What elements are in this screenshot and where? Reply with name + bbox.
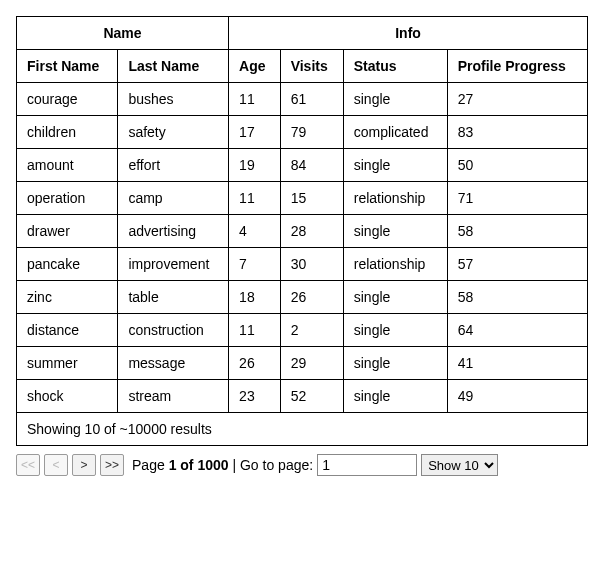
page-indicator: Page 1 of 1000 | Go to page: — [132, 457, 313, 473]
cell-first: distance — [17, 314, 118, 347]
table-row: distanceconstruction112single64 — [17, 314, 588, 347]
column-header-first-name[interactable]: First Name — [17, 50, 118, 83]
cell-progress: 27 — [447, 83, 587, 116]
cell-first: summer — [17, 347, 118, 380]
table-row: amounteffort1984single50 — [17, 149, 588, 182]
cell-last: improvement — [118, 248, 229, 281]
cell-first: drawer — [17, 215, 118, 248]
cell-visits: 29 — [280, 347, 343, 380]
cell-age: 11 — [229, 83, 281, 116]
cell-progress: 57 — [447, 248, 587, 281]
cell-status: complicated — [343, 116, 447, 149]
table-row: operationcamp1115relationship71 — [17, 182, 588, 215]
cell-visits: 61 — [280, 83, 343, 116]
cell-last: effort — [118, 149, 229, 182]
cell-visits: 30 — [280, 248, 343, 281]
table-row: pancakeimprovement730relationship57 — [17, 248, 588, 281]
cell-age: 17 — [229, 116, 281, 149]
next-page-button[interactable]: > — [72, 454, 96, 476]
cell-last: message — [118, 347, 229, 380]
cell-progress: 83 — [447, 116, 587, 149]
first-page-button[interactable]: << — [16, 454, 40, 476]
cell-visits: 28 — [280, 215, 343, 248]
page-size-select[interactable]: Show 10 — [421, 454, 498, 476]
cell-first: children — [17, 116, 118, 149]
column-header-visits[interactable]: Visits — [280, 50, 343, 83]
cell-first: amount — [17, 149, 118, 182]
cell-progress: 41 — [447, 347, 587, 380]
cell-first: courage — [17, 83, 118, 116]
cell-progress: 64 — [447, 314, 587, 347]
cell-last: advertising — [118, 215, 229, 248]
cell-last: safety — [118, 116, 229, 149]
column-header-age[interactable]: Age — [229, 50, 281, 83]
data-table: Name Info First Name Last Name Age Visit… — [16, 16, 588, 446]
cell-first: shock — [17, 380, 118, 413]
cell-first: operation — [17, 182, 118, 215]
cell-age: 7 — [229, 248, 281, 281]
column-header-profile-progress[interactable]: Profile Progress — [447, 50, 587, 83]
cell-age: 19 — [229, 149, 281, 182]
cell-last: table — [118, 281, 229, 314]
cell-visits: 2 — [280, 314, 343, 347]
cell-progress: 71 — [447, 182, 587, 215]
cell-last: camp — [118, 182, 229, 215]
cell-status: single — [343, 149, 447, 182]
column-header-status[interactable]: Status — [343, 50, 447, 83]
cell-progress: 58 — [447, 281, 587, 314]
goto-page-input[interactable] — [317, 454, 417, 476]
cell-progress: 58 — [447, 215, 587, 248]
last-page-button[interactable]: >> — [100, 454, 124, 476]
cell-last: stream — [118, 380, 229, 413]
cell-age: 11 — [229, 182, 281, 215]
cell-age: 4 — [229, 215, 281, 248]
cell-age: 18 — [229, 281, 281, 314]
pagination-bar: << < > >> Page 1 of 1000 | Go to page: S… — [16, 454, 589, 476]
cell-visits: 84 — [280, 149, 343, 182]
table-row: couragebushes1161single27 — [17, 83, 588, 116]
cell-first: zinc — [17, 281, 118, 314]
cell-status: single — [343, 83, 447, 116]
column-group-info: Info — [229, 17, 588, 50]
cell-visits: 15 — [280, 182, 343, 215]
cell-status: single — [343, 281, 447, 314]
cell-visits: 52 — [280, 380, 343, 413]
cell-status: relationship — [343, 248, 447, 281]
table-row: zinctable1826single58 — [17, 281, 588, 314]
table-row: childrensafety1779complicated83 — [17, 116, 588, 149]
cell-age: 23 — [229, 380, 281, 413]
cell-last: construction — [118, 314, 229, 347]
cell-status: single — [343, 380, 447, 413]
cell-age: 11 — [229, 314, 281, 347]
cell-progress: 49 — [447, 380, 587, 413]
cell-visits: 26 — [280, 281, 343, 314]
cell-last: bushes — [118, 83, 229, 116]
column-header-last-name[interactable]: Last Name — [118, 50, 229, 83]
table-row: draweradvertising428single58 — [17, 215, 588, 248]
cell-age: 26 — [229, 347, 281, 380]
results-summary: Showing 10 of ~10000 results — [17, 413, 588, 446]
column-group-name: Name — [17, 17, 229, 50]
cell-first: pancake — [17, 248, 118, 281]
cell-status: relationship — [343, 182, 447, 215]
cell-status: single — [343, 314, 447, 347]
cell-visits: 79 — [280, 116, 343, 149]
cell-status: single — [343, 215, 447, 248]
cell-status: single — [343, 347, 447, 380]
prev-page-button[interactable]: < — [44, 454, 68, 476]
table-row: summermessage2629single41 — [17, 347, 588, 380]
table-row: shockstream2352single49 — [17, 380, 588, 413]
cell-progress: 50 — [447, 149, 587, 182]
